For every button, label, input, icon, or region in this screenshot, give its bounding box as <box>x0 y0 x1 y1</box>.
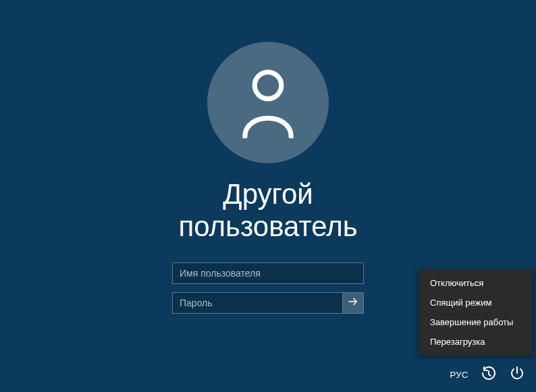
login-title: Другой пользователь <box>153 178 383 244</box>
power-menu-disconnect[interactable]: Отключиться <box>419 273 533 293</box>
power-menu-sleep[interactable]: Спящий режим <box>419 293 533 312</box>
power-menu-shutdown[interactable]: Завершение работы <box>419 312 533 332</box>
power-menu: Отключиться Спящий режим Завершение рабо… <box>419 269 533 356</box>
username-input[interactable] <box>172 262 364 284</box>
bottom-right-controls: РУС <box>450 366 525 383</box>
language-indicator[interactable]: РУС <box>450 370 468 380</box>
power-menu-restart[interactable]: Перезагрузка <box>419 332 533 352</box>
password-input[interactable] <box>172 292 342 314</box>
arrow-right-icon <box>347 296 359 310</box>
submit-button[interactable] <box>342 292 364 314</box>
password-field-wrap <box>172 292 364 314</box>
username-field-wrap <box>172 262 364 284</box>
power-icon <box>509 365 525 384</box>
login-fields <box>172 262 364 314</box>
login-panel: Другой пользователь <box>153 42 383 314</box>
user-icon <box>238 64 298 141</box>
svg-point-0 <box>254 72 282 99</box>
power-button[interactable] <box>509 366 525 383</box>
avatar <box>207 42 329 163</box>
ease-of-access-button[interactable] <box>481 366 497 383</box>
ease-of-access-icon <box>481 365 497 384</box>
